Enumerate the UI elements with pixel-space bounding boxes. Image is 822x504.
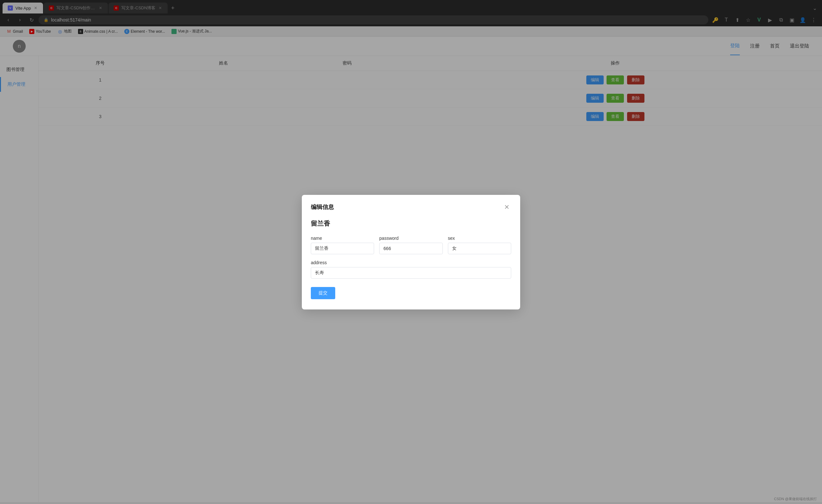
password-input[interactable] [379,243,442,254]
submit-button[interactable]: 提交 [311,287,335,299]
form-group-sex: sex [448,235,511,254]
form-group-name: name [311,235,374,254]
dialog-title: 编辑信息 [311,203,334,211]
dialog-user-name: 留兰香 [311,219,511,228]
password-label: password [379,235,442,241]
sex-input[interactable] [448,243,511,254]
form-group-password: password [379,235,442,254]
name-label: name [311,235,374,241]
address-input[interactable] [311,267,511,279]
dialog-close-button[interactable]: ✕ [502,202,511,211]
edit-dialog: 编辑信息 ✕ 留兰香 name password sex address [302,195,520,310]
form-group-address: address [311,260,511,279]
modal-overlay[interactable]: 编辑信息 ✕ 留兰香 name password sex address [0,0,822,502]
dialog-header: 编辑信息 ✕ [311,202,511,211]
form-row-1: name password sex [311,235,511,254]
form-row-2: address [311,260,511,279]
address-label: address [311,260,511,265]
sex-label: sex [448,235,511,241]
name-input[interactable] [311,243,374,254]
